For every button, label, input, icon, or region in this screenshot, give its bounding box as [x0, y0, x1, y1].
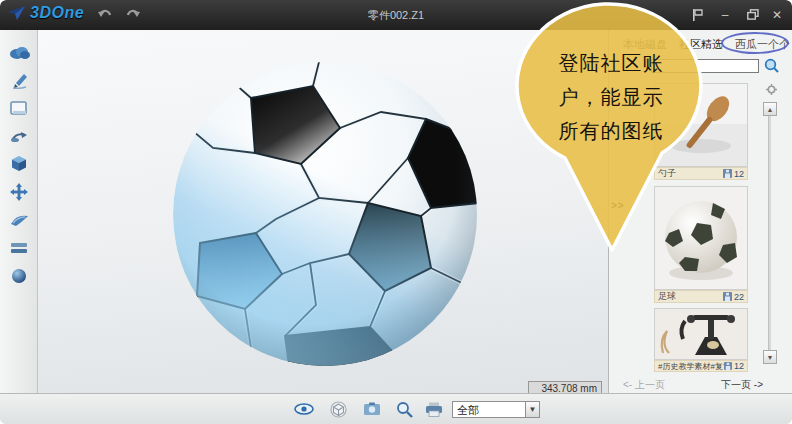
undo-button[interactable] — [95, 5, 115, 23]
spoon-thumbnail — [654, 83, 748, 167]
bottom-toolbar: 全部 ▼ — [0, 393, 792, 424]
soccer-thumbnail — [654, 186, 748, 290]
list-item-spoon[interactable]: 勺子 12 — [654, 83, 748, 180]
prev-page-button[interactable]: <- 上一页 — [623, 378, 665, 392]
tab-local-disk[interactable]: 本地磁盘 — [623, 37, 667, 52]
sphere-icon — [11, 268, 27, 284]
magnifier-icon — [396, 401, 413, 418]
move-tool-button[interactable] — [0, 178, 38, 206]
telephone-thumbnail — [654, 308, 748, 360]
panel-scrollbar: ▲ ▼ — [763, 102, 777, 364]
pin-flag-button[interactable] — [686, 6, 708, 23]
search-input[interactable] — [651, 59, 759, 73]
telephone-image — [655, 309, 747, 359]
item-title: 足球 — [658, 290, 676, 303]
solid-cube-button[interactable] — [0, 150, 38, 178]
eye-icon — [294, 403, 314, 415]
render-snapshot-button[interactable] — [360, 398, 384, 420]
sketch-pencil-button[interactable] — [0, 66, 38, 94]
print-button[interactable] — [422, 398, 446, 420]
cloud-models-button[interactable] — [0, 38, 38, 66]
item-label-row: #历史教学素材#复古电话 12 — [654, 360, 748, 372]
zoom-button[interactable] — [392, 398, 416, 420]
scroll-down-button[interactable]: ▼ — [763, 350, 777, 364]
item-label-row: 足球 22 — [654, 290, 748, 303]
minimize-button[interactable]: – — [714, 6, 736, 23]
close-button[interactable]: ✕ — [766, 6, 788, 23]
tab-community-featured[interactable]: 社区精选 — [679, 37, 723, 52]
search-button[interactable] — [763, 57, 780, 74]
snapshot-icon — [363, 402, 381, 416]
view-cube-button[interactable] — [326, 398, 350, 420]
save-disk-icon — [724, 362, 732, 370]
pagination: <- 上一页 下一页 -> — [609, 378, 777, 392]
community-panel: >> 本地磁盘 社区精选 西瓜一个个 ▲ ▼ — [608, 30, 792, 393]
document-title: 零件002.Z1 — [196, 8, 596, 23]
curve-tool-button[interactable] — [0, 122, 38, 150]
panel-collapse-handle[interactable]: >> — [611, 200, 625, 211]
undo-icon — [98, 7, 113, 21]
spoon-image — [655, 84, 747, 166]
app-logo: 3DOne — [8, 4, 84, 22]
scrollbar-track[interactable] — [768, 116, 771, 350]
cube-icon — [10, 155, 28, 173]
curve-arrow-icon — [10, 129, 28, 143]
soccer-ball-model[interactable] — [168, 56, 482, 372]
flag-icon — [692, 9, 703, 21]
save-disk-icon — [723, 169, 732, 178]
redo-icon — [125, 7, 140, 21]
list-item-telephone[interactable]: #历史教学素材#复古电话 12 — [654, 308, 748, 372]
wire-cube-icon — [330, 401, 347, 418]
paper-plane-icon — [8, 6, 26, 21]
save-disk-icon — [723, 292, 732, 301]
settings-button[interactable] — [765, 83, 778, 96]
move-arrows-icon — [10, 183, 28, 201]
titlebar: 3DOne 零件002.Z1 – — [0, 0, 792, 30]
search-icon — [764, 58, 779, 73]
tab-user-account[interactable]: 西瓜一个个 — [735, 37, 790, 52]
viewport-3d[interactable]: 343.708 mm — [38, 30, 608, 393]
left-toolbar — [0, 30, 38, 393]
app-logo-text: 3DOne — [30, 4, 84, 22]
download-count: 12 — [723, 169, 744, 179]
soccer-image — [655, 187, 747, 289]
redo-button[interactable] — [122, 5, 142, 23]
surface-tool-button[interactable] — [0, 206, 38, 234]
printer-icon — [425, 402, 443, 417]
item-title: 勺子 — [658, 167, 676, 180]
bars-icon — [10, 242, 28, 254]
scroll-up-button[interactable]: ▲ — [763, 102, 777, 116]
gear-icon — [766, 84, 777, 95]
item-label-row: 勺子 12 — [654, 167, 748, 180]
list-bars-button[interactable] — [0, 234, 38, 262]
app-window: 3DOne 零件002.Z1 – — [0, 0, 792, 424]
surface-swoosh-icon — [10, 213, 29, 227]
download-count: 22 — [723, 292, 744, 302]
next-page-button[interactable]: 下一页 -> — [721, 378, 763, 392]
download-count: 12 — [724, 361, 744, 371]
list-item-soccer[interactable]: 足球 22 — [654, 186, 748, 303]
pencil-icon — [11, 72, 28, 89]
item-title: #历史教学素材#复古电话 — [658, 361, 724, 372]
restore-button[interactable] — [742, 6, 764, 23]
restore-icon — [747, 9, 759, 20]
visibility-button[interactable] — [292, 398, 316, 420]
sphere-tool-button[interactable] — [0, 262, 38, 290]
sketch-plane-button[interactable] — [0, 94, 38, 122]
display-filter-select[interactable]: 全部 — [452, 401, 526, 418]
panel-tabs: 本地磁盘 社区精选 西瓜一个个 — [623, 37, 790, 52]
filter-dropdown-arrow[interactable]: ▼ — [525, 401, 540, 418]
rectangle-plane-icon — [10, 101, 28, 116]
cloud-icon — [9, 45, 30, 60]
